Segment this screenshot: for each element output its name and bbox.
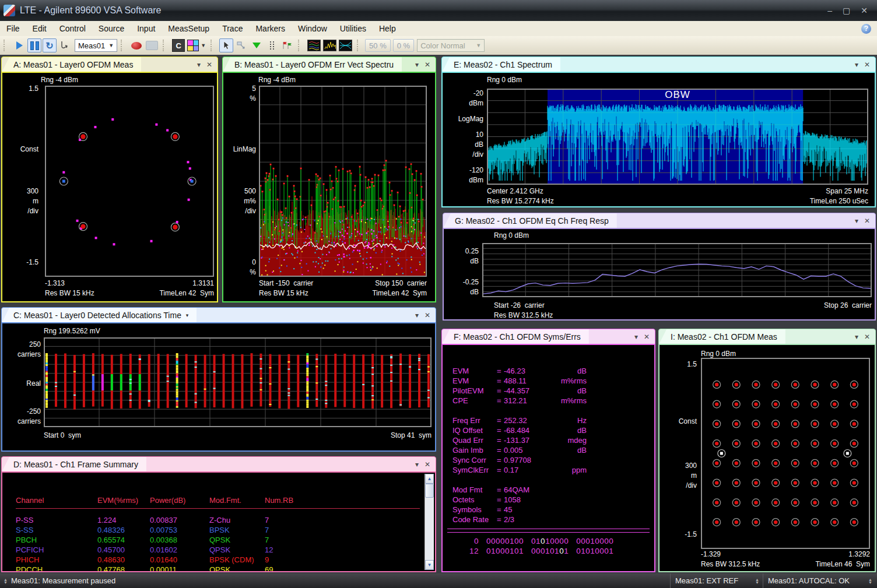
peak-marker-button[interactable] — [250, 38, 264, 52]
color-mode-select[interactable]: Color Normal▼ — [417, 39, 485, 52]
panel-a-tab[interactable]: A: Meas01 - Layer0 OFDM Meas — [2, 57, 141, 72]
band-markers-button[interactable] — [265, 38, 279, 52]
chevron-down-icon: ▼ — [201, 43, 206, 48]
menu-item-window[interactable]: Window — [292, 22, 334, 35]
close-icon[interactable]: ✕ — [425, 61, 430, 69]
spectrum-plot-e[interactable]: OBW — [487, 89, 868, 185]
toolbar-grip[interactable] — [211, 40, 216, 51]
menu-item-utilities[interactable]: Utilities — [334, 22, 373, 35]
panel-d-tab[interactable]: D: Meas01 - Ch1 Frame Summary — [2, 457, 146, 472]
close-icon[interactable]: ✕ — [644, 333, 650, 341]
spectrum-display-button[interactable] — [322, 38, 337, 52]
menu-item-source[interactable]: Source — [92, 22, 131, 35]
caret-down-icon[interactable]: ▾ — [634, 333, 638, 341]
menu-bar: FileEditControlSourceInputMeasSetupTrace… — [0, 21, 877, 37]
panel-e-tab[interactable]: E: Meas02 - Ch1 Spectrum — [442, 57, 560, 72]
pause-button[interactable] — [27, 38, 41, 52]
status-bar: ▲▼ Meas01: Measurement paused Meas01: EX… — [0, 573, 877, 588]
coupling-button[interactable]: C — [171, 38, 185, 52]
error-spectrum-plot-b[interactable] — [259, 86, 427, 277]
measurement-select[interactable]: Meas01▼ — [75, 39, 117, 52]
help-icon[interactable]: ? — [861, 24, 871, 34]
menu-item-meassetup[interactable]: MeasSetup — [162, 22, 216, 35]
move-marker-button[interactable] — [234, 38, 248, 52]
scrollbar-thumb[interactable] — [425, 484, 434, 498]
coupling-icon: C — [172, 39, 185, 52]
toolbar-grip[interactable] — [3, 40, 9, 51]
close-icon[interactable]: ✕ — [425, 460, 430, 469]
panel-a-body: Rng -4 dBm 1.5 Const 300 m /div -1.5 -1.… — [1, 72, 218, 302]
menu-item-edit[interactable]: Edit — [26, 22, 53, 35]
close-icon[interactable]: ✕ — [864, 61, 870, 69]
metric-row: Symbols=45 — [452, 505, 648, 515]
status-spinner-icon[interactable]: ▲▼ — [3, 578, 8, 584]
chevron-down-icon: ▼ — [108, 43, 114, 48]
close-icon[interactable]: ✕ — [864, 217, 870, 225]
panel-b-body: Rng -4 dBm 5 % LinMag 500 m% /div 0 % St… — [222, 72, 436, 302]
menu-item-input[interactable]: Input — [131, 22, 162, 35]
vertical-scrollbar[interactable]: ▲ ▼ — [425, 474, 434, 570]
play-button[interactable] — [12, 38, 26, 52]
panel-g-tab[interactable]: G: Meas02 - Ch1 OFDM Eq Ch Freq Resp — [443, 213, 617, 228]
status-spinner-icon[interactable]: ▲▼ — [868, 578, 872, 584]
layout-grid-icon — [187, 40, 199, 51]
record-button[interactable] — [129, 38, 143, 52]
panel-frame-summary-d: D: Meas01 - Ch1 Frame Summary ▾✕ Channel… — [1, 456, 436, 572]
eye-diagram-button[interactable] — [338, 38, 353, 52]
close-icon[interactable]: ✕ — [425, 311, 430, 319]
menu-item-help[interactable]: Help — [373, 22, 402, 35]
caret-down-icon[interactable]: ▾ — [415, 61, 419, 69]
scroll-down-icon[interactable]: ▼ — [425, 560, 434, 570]
close-icon[interactable]: ✕ — [206, 61, 212, 69]
layout-grid-button[interactable]: ▼ — [187, 38, 206, 52]
close-icon[interactable]: ✕ — [864, 333, 870, 341]
caret-down-icon[interactable]: ▾ — [415, 311, 419, 319]
screenshot-button[interactable] — [145, 38, 159, 52]
freq-resp-plot-g[interactable] — [482, 243, 872, 297]
panel-i-tab[interactable]: I: Meas02 - Ch1 OFDM Meas — [659, 329, 785, 344]
panel-b-tab[interactable]: B: Meas01 - Layer0 OFDM Err Vect Spectru — [223, 57, 402, 72]
y-scale-button[interactable]: 0 % — [393, 39, 414, 52]
pause-icon — [30, 41, 39, 50]
toolbar-grip[interactable] — [298, 40, 303, 51]
minimize-button[interactable]: – — [827, 6, 832, 15]
pointer-icon — [222, 41, 230, 50]
panel-ofdm-syms-errs-f: F: Meas02 - Ch1 OFDM Syms/Errs ▾✕ EVM=-4… — [441, 329, 655, 572]
x-scale-button[interactable]: 50 % — [365, 39, 391, 52]
menu-item-control[interactable]: Control — [53, 22, 92, 35]
scroll-up-icon[interactable]: ▲ — [425, 474, 434, 484]
toolbar-grip[interactable] — [121, 40, 126, 51]
table-row: PCFICH0.457000.01602QPSK12 — [7, 545, 425, 554]
status-spinner-icon[interactable]: ▲▼ — [755, 578, 759, 584]
constellation-plot-i[interactable] — [701, 358, 870, 549]
caret-down-icon[interactable]: ▾ — [855, 333, 858, 341]
trigger-button[interactable] — [58, 38, 72, 52]
panel-ofdm-meas-a: A: Meas01 - Layer0 OFDM Meas ▾✕ Rng -4 d… — [1, 57, 218, 302]
status-message: Meas01: Measurement paused — [11, 576, 115, 585]
menu-item-markers[interactable]: Markers — [249, 22, 292, 35]
maximize-button[interactable]: ▢ — [843, 6, 850, 15]
menu-item-trace[interactable]: Trace — [216, 22, 249, 35]
pointer-tool-button[interactable] — [219, 38, 233, 52]
chevron-down-icon: ▼ — [476, 43, 481, 48]
caret-down-icon[interactable]: ▾ — [197, 61, 201, 69]
band-markers-icon — [270, 41, 274, 50]
caret-down-icon[interactable]: ▾ — [415, 460, 419, 469]
spectrogram-display-button[interactable] — [307, 38, 321, 52]
menu-item-file[interactable]: File — [0, 22, 26, 35]
caret-down-icon[interactable]: ▾ — [855, 217, 858, 225]
range-label: Rng -4 dBm — [41, 76, 78, 84]
toolbar: ↻ Meas01▼ C ▼ 50 % 0 % Color Normal▼ — [0, 36, 877, 55]
flag-markers-button[interactable] — [280, 38, 294, 52]
caret-down-icon[interactable]: ▾ — [855, 61, 858, 69]
close-button[interactable]: ✕ — [861, 6, 868, 15]
toolbar-grip[interactable] — [163, 40, 168, 51]
trace-dropdown-icon[interactable]: ▾ — [186, 312, 189, 318]
panel-c-tab[interactable]: C: Meas01 - Layer0 Detected Allocations … — [2, 308, 197, 323]
allocations-plot-c[interactable] — [44, 337, 432, 427]
restart-button[interactable]: ↻ — [43, 38, 57, 52]
constellation-plot-a[interactable] — [45, 86, 214, 277]
toolbar-grip[interactable] — [357, 40, 362, 51]
panel-f-tab[interactable]: F: Meas02 - Ch1 OFDM Syms/Errs — [442, 329, 589, 344]
move-pointer-icon — [237, 41, 246, 50]
